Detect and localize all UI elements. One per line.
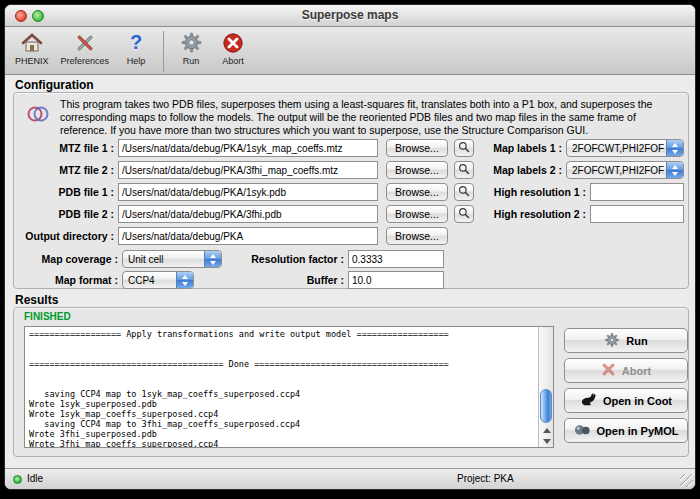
map-coverage-select[interactable]: Unit cell <box>122 250 222 268</box>
toolbar-label-phenix: PHENIX <box>15 56 49 66</box>
configuration-section-title: Configuration <box>15 78 94 92</box>
console-log[interactable]: ================== Apply transformations… <box>24 326 554 448</box>
browse-output-directory-button[interactable]: Browse... <box>386 227 448 245</box>
toolbar-separator <box>163 31 164 72</box>
map-labels-1-label: Map labels 1 : <box>474 139 562 157</box>
open-in-coot-label: Open in Coot <box>603 395 672 407</box>
project-label: Project: PKA <box>457 473 514 484</box>
high-resolution-1-label: High resolution 1 : <box>474 183 586 201</box>
abort-icon <box>222 29 244 56</box>
magnifier-icon <box>458 163 470 178</box>
resolution-factor-label: Resolution factor : <box>238 250 344 268</box>
high-resolution-2-label: High resolution 2 : <box>474 205 586 223</box>
map-coverage-value: Unit cell <box>128 251 202 268</box>
results-panel: FINISHED ================== Apply transf… <box>13 307 689 457</box>
browse-pdb-1-button[interactable]: Browse... <box>386 183 448 201</box>
inspect-mtz-1-button[interactable] <box>454 139 474 157</box>
map-coverage-label: Map coverage : <box>18 250 118 268</box>
chevron-updown-icon <box>176 272 193 288</box>
mtz-file-2-input[interactable] <box>118 161 378 179</box>
toolbar-label-run: Run <box>183 56 200 66</box>
inspect-pdb-1-button[interactable] <box>454 183 474 201</box>
toolbar-label-abort: Abort <box>222 56 244 66</box>
open-in-coot-button[interactable]: Open in Coot <box>564 388 688 413</box>
map-labels-1-select[interactable]: 2FOFCWT,PHI2FOF... <box>566 139 684 157</box>
map-labels-2-label: Map labels 2 : <box>474 161 562 179</box>
results-section-title: Results <box>15 293 58 307</box>
mtz-file-1-input[interactable] <box>118 139 378 157</box>
buffer-label: Buffer : <box>238 271 344 289</box>
inspect-mtz-2-button[interactable] <box>454 161 474 179</box>
abort-button-label: Abort <box>622 365 651 377</box>
map-format-select[interactable]: CCP4 <box>122 271 194 289</box>
chevron-updown-icon <box>204 251 221 267</box>
pdb-file-2-input[interactable] <box>118 205 378 223</box>
coot-bird-icon <box>580 392 597 409</box>
tools-icon <box>73 29 97 56</box>
toolbar-button-preferences[interactable]: Preferences <box>61 29 110 66</box>
browse-mtz-1-button[interactable]: Browse... <box>386 139 448 157</box>
scroll-up-arrow-icon[interactable] <box>539 425 554 436</box>
run-button-label: Run <box>626 335 647 347</box>
toolbar-button-phenix[interactable]: PHENIX <box>15 29 49 66</box>
magnifier-icon <box>458 141 470 156</box>
mtz-file-1-label: MTZ file 1 : <box>18 139 114 157</box>
resolution-factor-input[interactable] <box>348 250 444 268</box>
high-resolution-1-input[interactable] <box>590 183 684 201</box>
open-in-pymol-label: Open in PyMOL <box>597 425 679 437</box>
gear-icon <box>604 332 620 350</box>
window-title: Superpose maps <box>5 5 695 26</box>
title-bar[interactable]: Superpose maps <box>5 5 695 27</box>
abort-button[interactable]: Abort <box>564 358 688 383</box>
gear-icon <box>180 29 203 56</box>
high-resolution-2-input[interactable] <box>590 205 684 223</box>
map-format-value: CCP4 <box>128 272 174 289</box>
toolbar-label-help: Help <box>127 56 146 66</box>
idle-status-icon <box>13 475 22 484</box>
chevron-updown-icon <box>666 140 683 156</box>
status-bar: Idle Project: PKA <box>5 468 695 489</box>
browse-mtz-2-button[interactable]: Browse... <box>386 161 448 179</box>
close-button[interactable] <box>15 10 27 22</box>
abort-x-icon <box>601 362 616 379</box>
pdb-file-1-label: PDB file 1 : <box>18 183 114 201</box>
toolbar-button-help[interactable]: ? Help <box>121 29 151 66</box>
run-button[interactable]: Run <box>564 328 688 353</box>
toolbar-label-preferences: Preferences <box>61 56 110 66</box>
console-output: ================== Apply transformations… <box>25 327 537 447</box>
console-scrollbar[interactable] <box>538 327 553 447</box>
chevron-updown-icon <box>666 162 683 178</box>
program-description: This program takes two PDB files, superp… <box>60 98 676 137</box>
map-format-label: Map format : <box>18 271 118 289</box>
map-labels-1-value: 2FOFCWT,PHI2FOF... <box>572 140 664 157</box>
inspect-pdb-2-button[interactable] <box>454 205 474 223</box>
mtz-file-2-label: MTZ file 2 : <box>18 161 114 179</box>
output-directory-input[interactable] <box>118 227 378 245</box>
buffer-input[interactable] <box>348 271 444 289</box>
resize-grip[interactable] <box>680 474 693 487</box>
map-labels-2-select[interactable]: 2FOFCWT,PHI2FOF... <box>566 161 684 179</box>
help-icon: ? <box>130 29 142 56</box>
output-directory-label: Output directory : <box>18 227 114 245</box>
status-badge: FINISHED <box>24 311 71 322</box>
toolbar-button-run[interactable]: Run <box>176 29 206 66</box>
superpose-maps-window: Superpose maps PHENIX Preferences <box>4 4 696 490</box>
status-text: Idle <box>27 473 43 484</box>
magnifier-icon <box>458 185 470 200</box>
program-icon <box>26 101 50 131</box>
pymol-icon <box>574 423 591 439</box>
pdb-file-2-label: PDB file 2 : <box>18 205 114 223</box>
browse-pdb-2-button[interactable]: Browse... <box>386 205 448 223</box>
toolbar: PHENIX Preferences ? Help <box>5 27 695 75</box>
pdb-file-1-input[interactable] <box>118 183 378 201</box>
magnifier-icon <box>458 207 470 222</box>
open-in-pymol-button[interactable]: Open in PyMOL <box>564 418 688 443</box>
scroll-down-arrow-icon[interactable] <box>539 436 554 447</box>
map-labels-2-value: 2FOFCWT,PHI2FOF... <box>572 162 664 179</box>
scrollbar-thumb[interactable] <box>540 389 552 423</box>
toolbar-button-abort[interactable]: Abort <box>218 29 248 66</box>
configuration-panel: This program takes two PDB files, superp… <box>13 92 689 289</box>
zoom-button[interactable] <box>32 10 44 22</box>
home-icon <box>20 29 44 56</box>
